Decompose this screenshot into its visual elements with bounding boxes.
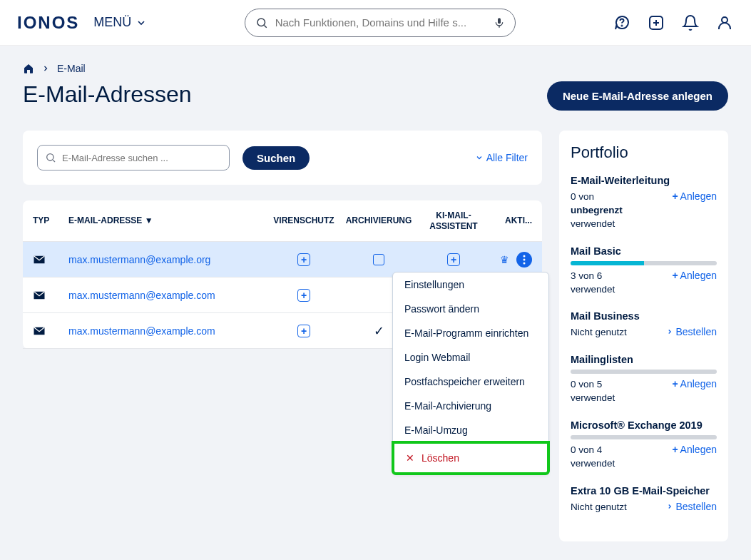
svg-point-12 <box>523 262 526 264</box>
ai-add-button[interactable]: + <box>447 253 460 266</box>
search-icon <box>45 152 56 163</box>
type-icon <box>33 255 68 265</box>
table-row[interactable]: max.mustermann@example.org++♛Einstellung… <box>23 242 542 278</box>
virus-add-button[interactable]: + <box>297 325 310 337</box>
usage-bar <box>571 435 717 439</box>
portfolio-action-link[interactable]: + Anlegen <box>672 270 717 281</box>
portfolio-panel: Portfolio E-Mail-Weiterleitung0 vonunbeg… <box>559 131 728 541</box>
global-search-input[interactable] <box>275 16 486 29</box>
portfolio-item: Mail BusinessNicht genutzt Bestellen <box>571 310 717 340</box>
portfolio-item: Mailinglisten0 von 5verwendet+ Anlegen <box>571 354 717 405</box>
usage-bar <box>571 261 717 265</box>
portfolio-item-title: Mailinglisten <box>571 354 717 365</box>
search-button[interactable]: Suchen <box>242 146 310 170</box>
top-header: IONOS MENÜ <box>0 0 751 46</box>
row-actions-button[interactable] <box>516 252 532 268</box>
close-icon: ✕ <box>406 452 414 464</box>
portfolio-action-link[interactable]: + Anlegen <box>672 190 717 202</box>
menu-item[interactable]: Passwort ändern <box>393 297 548 321</box>
header-icons <box>613 14 734 32</box>
portfolio-item-title: Extra 10 GB E-Mail-Speicher <box>571 485 717 497</box>
usage-bar <box>571 370 717 374</box>
portfolio-item-title: Mail Business <box>571 310 717 322</box>
svg-point-8 <box>47 154 53 161</box>
portfolio-usage: 0 vonunbegrenztverwendet <box>571 190 623 231</box>
col-type[interactable]: TYP <box>33 215 68 225</box>
svg-point-10 <box>523 255 526 257</box>
portfolio-item-title: Mail Basic <box>571 245 717 257</box>
col-ai[interactable]: KI-MAIL-ASSISTENT <box>418 210 489 231</box>
portfolio-item: Extra 10 GB E-Mail-SpeicherNicht genutzt… <box>571 485 717 514</box>
menu-item[interactable]: Login Webmail <box>393 345 548 370</box>
email-link[interactable]: max.mustermann@example.com <box>68 290 268 301</box>
portfolio-item: E-Mail-Weiterleitung0 vonunbegrenztverwe… <box>571 175 717 231</box>
page-title: E-Mail-Adressen <box>23 81 192 108</box>
chevron-down-icon <box>475 153 484 162</box>
mic-icon[interactable] <box>494 17 505 29</box>
portfolio-usage: Nicht genutzt <box>571 501 627 514</box>
chevron-down-icon <box>136 17 147 29</box>
virus-add-button[interactable]: + <box>297 289 310 302</box>
crown-icon: ♛ <box>500 254 509 265</box>
user-icon[interactable] <box>715 14 734 32</box>
breadcrumb-current[interactable]: E-Mail <box>57 63 86 74</box>
main-menu-button[interactable]: MENÜ <box>93 15 147 30</box>
menu-item[interactable]: Einstellungen <box>393 273 548 297</box>
archive-checkbox[interactable] <box>373 254 384 265</box>
search-icon <box>255 16 268 29</box>
svg-line-9 <box>53 160 55 162</box>
portfolio-usage: Nicht genutzt <box>571 326 627 340</box>
add-icon[interactable] <box>647 14 665 32</box>
breadcrumb: E-Mail <box>23 63 728 74</box>
portfolio-item-title: E-Mail-Weiterleitung <box>571 175 717 186</box>
menu-item[interactable]: E-Mail-Umzug <box>393 418 548 442</box>
new-email-button[interactable]: Neue E-Mail-Adresse anlegen <box>547 81 728 111</box>
portfolio-item: Mail Basic3 von 6verwendet+ Anlegen <box>571 245 717 297</box>
search-panel: Suchen Alle Filter <box>23 131 542 185</box>
menu-item[interactable]: E-Mail-Archivierung <box>393 394 548 418</box>
virus-add-button[interactable]: + <box>297 253 310 266</box>
portfolio-item: Microsoft® Exchange 20190 von 4verwendet… <box>571 419 717 471</box>
col-actions[interactable]: AKTI... <box>489 215 532 225</box>
email-search-input[interactable] <box>62 153 222 163</box>
email-link[interactable]: max.mustermann@example.com <box>68 325 268 337</box>
portfolio-action-link[interactable]: + Anlegen <box>672 444 717 455</box>
type-icon <box>33 326 68 336</box>
portfolio-action-link[interactable]: Bestellen <box>666 501 717 512</box>
svg-point-11 <box>523 258 526 260</box>
table-header: TYP E-MAIL-ADRESSE ▼ VIRENSCHUTZ ARCHIVI… <box>23 200 542 242</box>
sort-down-icon: ▼ <box>145 215 153 225</box>
col-email[interactable]: E-MAIL-ADRESSE ▼ <box>68 215 268 225</box>
help-icon[interactable] <box>613 14 631 32</box>
portfolio-action-link[interactable]: Bestellen <box>666 326 717 337</box>
global-search[interactable] <box>245 9 516 37</box>
svg-point-7 <box>722 17 727 23</box>
portfolio-action-link[interactable]: + Anlegen <box>672 378 717 390</box>
row-context-menu: EinstellungenPasswort ändernE-Mail-Progr… <box>392 272 549 474</box>
bell-icon[interactable] <box>681 14 700 32</box>
menu-item-delete[interactable]: ✕Löschen <box>392 441 550 475</box>
col-archive[interactable]: ARCHIVIERUNG <box>339 215 418 225</box>
all-filters-link[interactable]: Alle Filter <box>475 152 528 163</box>
email-search-box[interactable] <box>37 145 230 170</box>
menu-item[interactable]: Postfachspeicher erweitern <box>393 370 548 394</box>
portfolio-usage: 0 von 4verwendet <box>571 444 615 471</box>
type-icon <box>33 290 68 300</box>
portfolio-usage: 3 von 6verwendet <box>571 270 615 297</box>
menu-label: MENÜ <box>93 15 131 30</box>
chevron-right-icon <box>41 64 50 73</box>
portfolio-usage: 0 von 5verwendet <box>571 378 615 405</box>
menu-item[interactable]: E-Mail-Programm einrichten <box>393 321 548 345</box>
check-icon: ✓ <box>374 323 384 339</box>
email-link[interactable]: max.mustermann@example.org <box>68 254 268 265</box>
search-wrap <box>155 9 604 37</box>
svg-point-0 <box>257 19 265 26</box>
col-virus[interactable]: VIRENSCHUTZ <box>268 215 339 225</box>
portfolio-item-title: Microsoft® Exchange 2019 <box>571 419 717 431</box>
logo[interactable]: IONOS <box>17 13 79 33</box>
svg-point-3 <box>622 25 623 26</box>
home-icon[interactable] <box>23 63 34 74</box>
svg-line-1 <box>264 25 266 27</box>
email-table: TYP E-MAIL-ADRESSE ▼ VIRENSCHUTZ ARCHIVI… <box>23 200 542 349</box>
portfolio-title: Portfolio <box>571 143 717 162</box>
